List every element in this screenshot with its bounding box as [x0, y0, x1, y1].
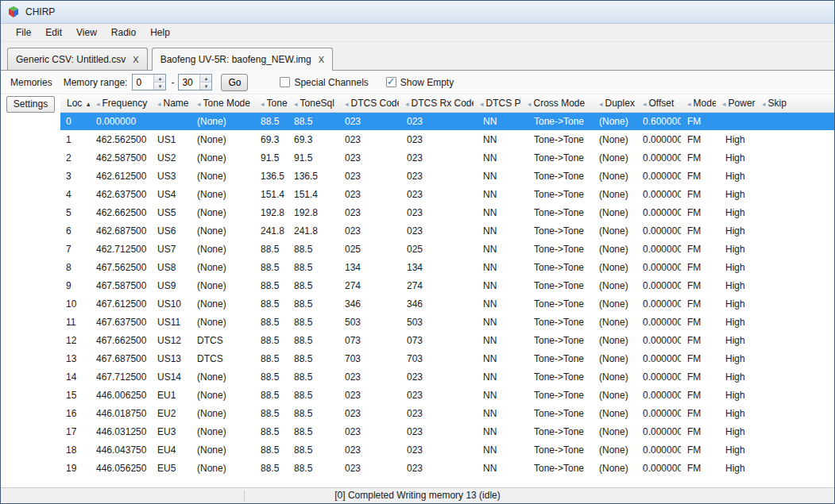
cell-tone[interactable]: 88.5	[254, 349, 288, 367]
table-row[interactable]: 15446.006250EU1(None)88.588.5023023NNTon…	[60, 386, 834, 404]
cell-loc[interactable]: 8	[60, 258, 90, 276]
cell-power[interactable]: High	[716, 276, 756, 294]
cell-cross_mode[interactable]: Tone->Tone	[521, 148, 593, 167]
cell-frequency[interactable]: 446.056250	[90, 459, 151, 477]
cell-loc[interactable]: 2	[60, 148, 90, 167]
cell-dtcs_pol[interactable]: NN	[474, 404, 521, 422]
cell-tonesql[interactable]: 88.5	[288, 276, 338, 294]
cell-power[interactable]: High	[716, 148, 756, 167]
cell-frequency[interactable]: 462.612500	[90, 167, 151, 185]
column-header-tone_mode[interactable]: Tone Mode	[191, 94, 254, 112]
cell-duplex[interactable]: (None)	[593, 258, 636, 276]
cell-dtcs_rx_code[interactable]: 023	[399, 441, 474, 459]
cell-dtcs_rx_code[interactable]: 023	[399, 185, 474, 203]
cell-offset[interactable]: 0.000000	[636, 294, 681, 313]
cell-skip[interactable]	[756, 148, 834, 167]
cell-name[interactable]: EU5	[151, 459, 191, 477]
cell-dtcs_rx_code[interactable]: 023	[399, 459, 474, 477]
cell-name[interactable]: US12	[151, 331, 191, 349]
cell-tonesql[interactable]: 88.5	[288, 331, 338, 349]
cell-duplex[interactable]: (None)	[593, 313, 636, 331]
cell-tonesql[interactable]: 88.5	[288, 441, 338, 459]
cell-loc[interactable]: 0	[60, 112, 90, 130]
cell-tone_mode[interactable]: (None)	[191, 148, 254, 167]
cell-name[interactable]: US10	[151, 294, 191, 313]
cell-frequency[interactable]: 462.587500	[90, 148, 151, 167]
cell-tone_mode[interactable]: (None)	[191, 459, 254, 477]
cell-tone_mode[interactable]: (None)	[191, 221, 254, 240]
table-row[interactable]: 5462.662500US5(None)192.8192.8023023NNTo…	[60, 203, 834, 221]
cell-duplex[interactable]: (None)	[593, 349, 636, 367]
cell-offset[interactable]: 0.000000	[636, 148, 681, 167]
cell-dtcs_pol[interactable]: NN	[474, 203, 521, 221]
cell-loc[interactable]: 19	[60, 459, 90, 477]
cell-power[interactable]: High	[716, 203, 756, 221]
cell-duplex[interactable]: (None)	[593, 441, 636, 459]
cell-mode[interactable]: FM	[681, 441, 716, 459]
cell-name[interactable]: EU2	[151, 404, 191, 422]
cell-frequency[interactable]: 467.712500	[90, 367, 151, 386]
table-row[interactable]: 7462.712500US7(None)88.588.5025025NNTone…	[60, 240, 834, 258]
cell-offset[interactable]: 0.000000	[636, 367, 681, 386]
menu-item-view[interactable]: View	[69, 24, 104, 41]
cell-dtcs_pol[interactable]: NN	[474, 112, 521, 130]
cell-loc[interactable]: 11	[60, 313, 90, 331]
cell-skip[interactable]	[756, 313, 834, 331]
cell-dtcs_pol[interactable]: NN	[474, 349, 521, 367]
cell-cross_mode[interactable]: Tone->Tone	[521, 386, 593, 404]
go-button[interactable]: Go	[221, 74, 248, 91]
cell-name[interactable]: US2	[151, 148, 191, 167]
cell-dtcs_pol[interactable]: NN	[474, 258, 521, 276]
show-empty-checkbox-box[interactable]	[386, 77, 396, 87]
cell-frequency[interactable]: 446.043750	[90, 441, 151, 459]
cell-power[interactable]: High	[716, 459, 756, 477]
menu-item-help[interactable]: Help	[143, 24, 177, 41]
cell-loc[interactable]: 14	[60, 367, 90, 386]
cell-tone[interactable]: 88.5	[254, 294, 288, 313]
cell-tone_mode[interactable]: (None)	[191, 167, 254, 185]
cell-duplex[interactable]: (None)	[593, 185, 636, 203]
cell-mode[interactable]: FM	[681, 203, 716, 221]
cell-tone_mode[interactable]: (None)	[191, 276, 254, 294]
cell-tonesql[interactable]: 88.5	[288, 367, 338, 386]
cell-dtcs_rx_code[interactable]: 023	[399, 112, 474, 130]
cell-offset[interactable]: 0.000000	[636, 422, 681, 441]
cell-power[interactable]: High	[716, 441, 756, 459]
cell-dtcs_code[interactable]: 023	[338, 221, 399, 240]
table-row[interactable]: 2462.587500US2(None)91.591.5023023NNTone…	[60, 148, 834, 167]
cell-dtcs_rx_code[interactable]: 023	[399, 221, 474, 240]
cell-skip[interactable]	[756, 112, 834, 130]
cell-dtcs_rx_code[interactable]: 503	[399, 313, 474, 331]
cell-tone[interactable]: 88.5	[254, 276, 288, 294]
cell-dtcs_code[interactable]: 073	[338, 331, 399, 349]
cell-skip[interactable]	[756, 203, 834, 221]
cell-cross_mode[interactable]: Tone->Tone	[521, 459, 593, 477]
cell-loc[interactable]: 13	[60, 349, 90, 367]
cell-frequency[interactable]: 462.562500	[90, 130, 151, 148]
cell-frequency[interactable]: 467.662500	[90, 331, 151, 349]
cell-duplex[interactable]: (None)	[593, 367, 636, 386]
cell-name[interactable]	[151, 112, 191, 130]
cell-skip[interactable]	[756, 185, 834, 203]
table-row[interactable]: 1462.562500US1(None)69.369.3023023NNTone…	[60, 130, 834, 148]
cell-tone_mode[interactable]: (None)	[191, 112, 254, 130]
column-header-duplex[interactable]: Duplex	[593, 94, 636, 112]
cell-skip[interactable]	[756, 386, 834, 404]
cell-dtcs_rx_code[interactable]: 134	[399, 258, 474, 276]
cell-offset[interactable]: 0.000000	[636, 276, 681, 294]
cell-name[interactable]: US7	[151, 240, 191, 258]
cell-offset[interactable]: 0.000000	[636, 404, 681, 422]
cell-mode[interactable]: FM	[681, 294, 716, 313]
tab[interactable]: Generic CSV: Untitled.csvX	[7, 48, 148, 70]
cell-mode[interactable]: FM	[681, 367, 716, 386]
cell-tone_mode[interactable]: (None)	[191, 441, 254, 459]
cell-dtcs_pol[interactable]: NN	[474, 221, 521, 240]
table-row[interactable]: 13467.687500US13DTCS88.588.5703703NNTone…	[60, 349, 834, 367]
cell-dtcs_code[interactable]: 023	[338, 404, 399, 422]
cell-skip[interactable]	[756, 422, 834, 441]
cell-offset[interactable]: 0.000000	[636, 221, 681, 240]
cell-name[interactable]: EU1	[151, 386, 191, 404]
cell-duplex[interactable]: (None)	[593, 240, 636, 258]
cell-dtcs_pol[interactable]: NN	[474, 130, 521, 148]
cell-frequency[interactable]: 462.687500	[90, 221, 151, 240]
